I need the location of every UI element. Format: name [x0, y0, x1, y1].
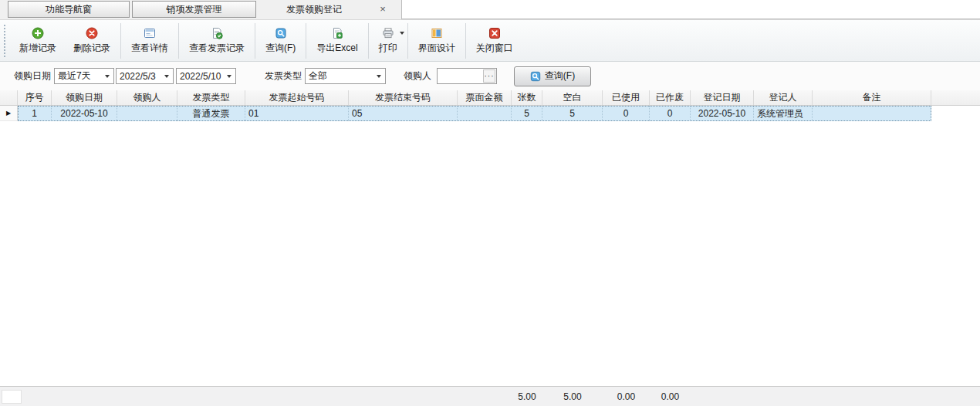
tab-bar: 功能导航窗 销项发票管理 发票领购登记 × [0, 0, 980, 19]
chevron-down-icon[interactable] [223, 69, 235, 83]
cell-purchaser[interactable] [117, 106, 177, 121]
add-record-label: 新增记录 [19, 42, 56, 55]
cell-voided[interactable]: 0 [650, 106, 691, 121]
delete-record-icon [86, 27, 98, 39]
column-header-register-date[interactable]: 登记日期 [691, 90, 754, 105]
cell-end-number[interactable]: 05 [349, 106, 458, 121]
tab-close-icon[interactable]: × [377, 1, 389, 18]
summary-sheet-count: 5.00 [512, 391, 542, 402]
print-label: 打印 [379, 42, 397, 55]
delete-record-button[interactable]: 删除记录 [65, 22, 119, 59]
delete-record-label: 删除记录 [73, 42, 110, 55]
cell-register-date[interactable]: 2022-05-10 [691, 106, 754, 121]
filter-query-label: 查询(F) [545, 69, 575, 83]
date-range-select[interactable]: 最近7天 [54, 68, 114, 84]
row-cells: 1 2022-05-10 普通发票 01 05 5 5 0 0 2022-05-… [18, 106, 931, 121]
table-row[interactable]: ▶ 1 2022-05-10 普通发票 01 05 5 5 0 0 2022-0… [0, 106, 980, 121]
invoice-type-value: 全部 [306, 69, 373, 83]
column-header-registrant[interactable]: 登记人 [754, 90, 813, 105]
column-header-face-amount[interactable]: 票面金额 [458, 90, 512, 105]
view-details-icon [144, 27, 156, 39]
magnifier-icon [530, 71, 541, 82]
invoice-purchase-registration-window: 功能导航窗 销项发票管理 发票领购登记 × 新增记录 删除记录 查看详情 [0, 0, 980, 406]
close-window-label: 关闭窗口 [476, 42, 513, 55]
cell-seq[interactable]: 1 [18, 106, 52, 121]
purchase-date-label: 领购日期 [14, 69, 51, 83]
date-from-value: 2022/5/3 [117, 71, 161, 82]
summary-voided: 0.00 [650, 391, 691, 402]
purchaser-label: 领购人 [404, 69, 431, 83]
grid-header: 序号 领购日期 领购人 发票类型 发票起始号码 发票结束号码 票面金额 张数 空… [0, 90, 980, 106]
browse-ellipsis-button[interactable]: ··· [483, 69, 495, 83]
toolbar-separator [465, 23, 466, 59]
column-header-invoice-type[interactable]: 发票类型 [177, 90, 245, 105]
toolbar-separator [178, 23, 179, 59]
query-button[interactable]: 查询(F) [257, 22, 304, 59]
date-from-input[interactable]: 2022/5/3 [116, 68, 174, 84]
query-label: 查询(F) [265, 42, 296, 55]
toolbar-separator [255, 23, 255, 59]
tab-sales-invoice-management[interactable]: 销项发票管理 [132, 1, 256, 18]
column-header-purchaser[interactable]: 领购人 [117, 90, 177, 105]
column-header-purchase-date[interactable]: 领购日期 [52, 90, 117, 105]
cell-registrant[interactable]: 系统管理员 [754, 106, 813, 121]
status-bar: 5.00 5.00 0.00 0.00 [0, 386, 980, 406]
status-bar-left-box [2, 390, 22, 404]
column-header-filler [931, 90, 980, 105]
date-range-value: 最近7天 [55, 69, 101, 83]
column-header-voided[interactable]: 已作废 [650, 90, 691, 105]
toolbar-grip-handle[interactable] [4, 25, 7, 57]
column-header-start-number[interactable]: 发票起始号码 [245, 90, 349, 105]
date-to-input[interactable]: 2022/5/10 [176, 68, 236, 84]
toolbar: 新增记录 删除记录 查看详情 查看发票记录 [0, 19, 980, 62]
column-header-sheet-count[interactable]: 张数 [512, 90, 542, 105]
row-indicator[interactable]: ▶ [0, 106, 18, 121]
invoice-type-select[interactable]: 全部 [305, 68, 386, 84]
export-excel-button[interactable]: 导出Excel [308, 22, 366, 59]
purchaser-input[interactable]: ··· [437, 68, 497, 84]
chevron-down-icon[interactable] [101, 69, 113, 83]
cell-used[interactable]: 0 [603, 106, 650, 121]
filter-bar: 领购日期 最近7天 2022/5/3 2022/5/10 发票类型 全部 领购人… [0, 62, 980, 90]
cell-face-amount[interactable] [458, 106, 512, 121]
toolbar-separator [306, 23, 306, 59]
ui-design-button[interactable]: 界面设计 [410, 22, 464, 59]
view-invoice-records-button[interactable]: 查看发票记录 [181, 22, 253, 59]
column-header-used[interactable]: 已使用 [603, 90, 650, 105]
add-record-icon [32, 27, 44, 39]
print-icon [382, 27, 394, 39]
cell-remark[interactable] [813, 106, 931, 121]
ui-design-icon [431, 27, 443, 39]
column-header-end-number[interactable]: 发票结束号码 [349, 90, 458, 105]
row-indicator-header [0, 90, 18, 105]
filter-query-button[interactable]: 查询(F) [514, 66, 591, 86]
date-to-value: 2022/5/10 [177, 71, 223, 82]
close-window-icon [488, 27, 501, 39]
print-dropdown-arrow-icon[interactable] [400, 32, 404, 35]
query-icon [275, 27, 287, 39]
column-header-seq[interactable]: 序号 [18, 90, 52, 105]
view-details-button[interactable]: 查看详情 [123, 22, 177, 59]
grid-empty-area [0, 121, 980, 386]
cell-purchase-date[interactable]: 2022-05-10 [52, 106, 117, 121]
chevron-down-icon[interactable] [161, 69, 173, 83]
close-window-button[interactable]: 关闭窗口 [468, 22, 522, 59]
cell-blank[interactable]: 5 [542, 106, 603, 121]
view-invoice-records-label: 查看发票记录 [189, 42, 245, 55]
column-header-blank[interactable]: 空白 [542, 90, 603, 105]
add-record-button[interactable]: 新增记录 [11, 22, 65, 59]
cell-invoice-type[interactable]: 普通发票 [177, 106, 245, 121]
tab-invoice-purchase-registration[interactable]: 发票领购登记 [256, 1, 372, 18]
cell-sheet-count[interactable]: 5 [512, 106, 542, 121]
summary-used: 0.00 [603, 391, 650, 402]
print-button[interactable]: 打印 [370, 22, 406, 59]
tab-function-navigation[interactable]: 功能导航窗 [8, 1, 130, 18]
ui-design-label: 界面设计 [418, 42, 455, 55]
invoice-type-label: 发票类型 [265, 69, 302, 83]
column-header-remark[interactable]: 备注 [813, 90, 931, 105]
toolbar-separator [120, 23, 121, 59]
toolbar-separator [368, 23, 369, 59]
cell-start-number[interactable]: 01 [245, 106, 349, 121]
view-invoice-records-icon [211, 27, 223, 39]
chevron-down-icon[interactable] [373, 69, 385, 83]
